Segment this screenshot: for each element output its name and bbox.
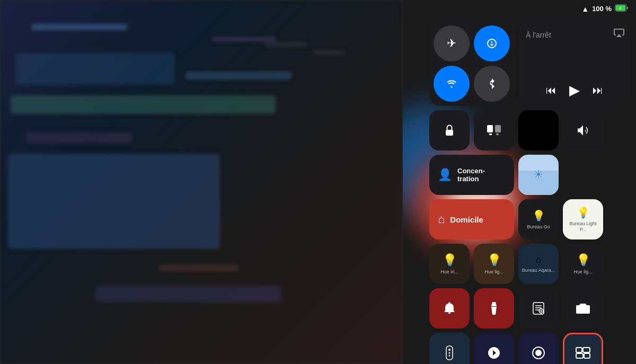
svg-rect-23 — [576, 353, 583, 358]
hue-iris-button[interactable]: 💡 Hue iri... — [429, 244, 470, 284]
bureau-light-p-icon: 💡 — [577, 206, 590, 219]
bureau-aqara-label: Bureau Aqara... — [522, 268, 555, 273]
hue-lig2-button[interactable]: 💡 Hue lig... — [563, 244, 603, 284]
airplane-mode-button[interactable]: ✈ — [434, 25, 470, 61]
volume-button[interactable] — [563, 110, 603, 150]
airplay-icon[interactable] — [614, 28, 624, 39]
hue-lig1-button[interactable]: 💡 Hue lig... — [474, 244, 514, 284]
background-left — [0, 0, 403, 364]
hue-lig1-icon: 💡 — [487, 253, 501, 267]
svg-rect-3 — [446, 130, 453, 136]
media-status-label: À l'arrêt — [526, 31, 623, 39]
fast-forward-button[interactable]: ⏭ — [593, 84, 603, 96]
battery-icon: ⚡ — [615, 4, 629, 13]
record-button[interactable] — [518, 333, 559, 364]
note-button[interactable] — [518, 288, 559, 329]
hue-lig2-icon: 💡 — [576, 253, 590, 267]
svg-rect-5 — [495, 125, 501, 132]
hue-iris-icon: 💡 — [443, 253, 457, 267]
home-button[interactable]: ⌂ Domicile — [429, 199, 514, 239]
window-switcher-button[interactable] — [563, 333, 603, 364]
rewind-button[interactable]: ⏮ — [546, 84, 556, 96]
hue-lig1-label: Hue lig... — [484, 269, 504, 275]
hue-iris-label: Hue iri... — [440, 269, 458, 275]
concentration-label: Concen-tration — [457, 167, 485, 183]
battery-percent: 100 % — [592, 5, 612, 13]
row-home: ⌂ Domicile 💡 Bureau Go 💡 Bureau Light P.… — [429, 199, 631, 239]
torch-button[interactable] — [474, 288, 514, 329]
dark-mode-button[interactable] — [518, 110, 559, 150]
screen-lock-button[interactable] — [429, 110, 470, 150]
shazam-button[interactable] — [474, 333, 514, 364]
remote-button[interactable] — [429, 333, 470, 364]
bureau-go-icon: 💡 — [532, 209, 545, 222]
bell-button[interactable] — [429, 288, 470, 329]
svg-point-16 — [448, 349, 450, 351]
bluetooth-button[interactable] — [474, 66, 510, 102]
row-lock-mirror — [429, 110, 631, 150]
bureau-go-label: Bureau Go — [527, 224, 550, 230]
airdrop-button[interactable] — [474, 25, 510, 61]
svg-rect-24 — [584, 353, 590, 358]
bureau-aqara-icon: ⌂ — [536, 254, 542, 265]
bureau-go-button[interactable]: 💡 Bureau Go — [518, 199, 559, 239]
control-center: ✈ À l'arrêt — [429, 21, 631, 364]
row-connectivity-media: ✈ À l'arrêt — [429, 21, 631, 106]
concentration-icon: 👤 — [438, 168, 452, 182]
home-label: Domicile — [450, 215, 483, 224]
media-tile: À l'arrêt ⏮ ▶ ⏭ — [518, 21, 631, 106]
svg-rect-6 — [489, 134, 492, 135]
status-bar: ▲ 100 % ⚡ — [581, 4, 629, 13]
play-button[interactable]: ▶ — [569, 82, 580, 99]
home-icon: ⌂ — [438, 212, 445, 226]
row-hue: 💡 Hue iri... 💡 Hue lig... ⌂ Bureau Aqara… — [429, 244, 631, 284]
svg-point-18 — [449, 355, 450, 357]
row-concentration: 👤 Concen-tration ☀ — [429, 155, 631, 195]
svg-rect-22 — [583, 348, 590, 352]
wifi-status-icon: ▲ — [581, 5, 589, 13]
svg-rect-21 — [576, 348, 582, 352]
bureau-light-p-button[interactable]: 💡 Bureau Light P... — [563, 199, 603, 239]
svg-text:⚡: ⚡ — [618, 6, 623, 11]
svg-point-17 — [449, 352, 450, 354]
row-actions — [429, 288, 631, 329]
brightness-button[interactable]: ☀ — [518, 155, 559, 195]
bg-content — [0, 0, 403, 364]
concentration-button[interactable]: 👤 Concen-tration — [429, 155, 514, 195]
brightness-icon: ☀ — [533, 168, 544, 182]
row-nav — [429, 333, 631, 364]
wifi-button[interactable] — [434, 66, 470, 102]
bureau-light-p-label: Bureau Light P... — [566, 221, 600, 233]
camera-button[interactable] — [563, 288, 603, 329]
svg-rect-7 — [496, 134, 499, 135]
bureau-aqara-button[interactable]: ⌂ Bureau Aqara... — [518, 244, 559, 284]
svg-point-20 — [535, 350, 542, 356]
screen-mirror-button[interactable] — [474, 110, 514, 150]
svg-rect-4 — [487, 125, 493, 132]
connectivity-tile: ✈ — [429, 21, 514, 106]
media-controls: ⏮ ▶ ⏭ — [526, 82, 623, 99]
hue-lig2-label: Hue lig... — [573, 269, 593, 275]
